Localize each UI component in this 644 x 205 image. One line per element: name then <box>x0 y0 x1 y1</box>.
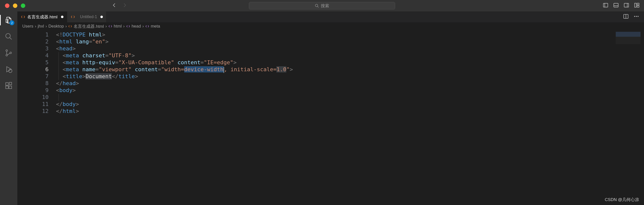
svg-point-13 <box>10 52 12 54</box>
code-line[interactable]: <meta name="viewport" content="width=dev… <box>56 66 644 73</box>
tab-1[interactable]: Untitled-1 <box>67 12 106 22</box>
code-line[interactable]: <html lang="en"> <box>56 38 644 45</box>
tab-label: 名言生成器.html <box>27 14 58 20</box>
source-control-icon[interactable] <box>4 49 13 57</box>
html-file-icon <box>21 15 25 19</box>
maximize-window[interactable] <box>21 4 25 8</box>
titlebar-right <box>603 3 640 9</box>
svg-point-21 <box>634 16 635 17</box>
chevron-right-icon: › <box>35 24 36 29</box>
svg-rect-9 <box>637 6 639 7</box>
svg-rect-15 <box>6 83 8 85</box>
symbol-icon <box>126 24 130 28</box>
tab-bar: 名言生成器.htmlUntitled-1 <box>17 12 644 22</box>
search-icon <box>315 4 319 8</box>
breadcrumb-item[interactable]: Desktop <box>48 24 64 29</box>
chevron-right-icon: › <box>66 24 67 29</box>
svg-point-12 <box>6 54 8 56</box>
watermark: CSDN @几何心凉 <box>605 197 639 202</box>
window-controls <box>0 4 25 8</box>
chevron-right-icon: › <box>105 24 107 29</box>
nav-forward-icon <box>122 3 128 9</box>
breadcrumb-item[interactable]: Users <box>22 24 33 29</box>
run-debug-icon[interactable] <box>4 65 13 73</box>
symbol-icon <box>145 24 149 28</box>
activity-bar: 2 <box>0 12 17 205</box>
tab-0[interactable]: 名言生成器.html <box>17 12 67 22</box>
toggle-panel-icon[interactable] <box>613 3 619 9</box>
breadcrumb-item[interactable]: meta <box>151 24 160 29</box>
minimap[interactable] <box>616 32 640 44</box>
code-line[interactable]: <title>Document</title> <box>56 73 644 80</box>
tab-actions <box>623 12 644 22</box>
close-window[interactable] <box>5 4 10 8</box>
search-activity-icon[interactable] <box>4 32 13 41</box>
code-line[interactable]: </body> <box>56 101 644 108</box>
html-file-icon <box>68 24 72 28</box>
code-line[interactable] <box>56 94 644 101</box>
nav-arrows <box>112 3 128 9</box>
code-line[interactable]: <!DOCTYPE html> <box>56 31 644 38</box>
svg-rect-18 <box>10 82 12 85</box>
breadcrumb-item[interactable]: head <box>132 24 141 29</box>
svg-rect-3 <box>614 3 618 7</box>
vscode-window: 搜索 2 <box>0 0 644 205</box>
svg-rect-1 <box>603 3 608 7</box>
toggle-primary-sidebar-icon[interactable] <box>603 3 608 9</box>
tab-sublabel: Untitled-1 <box>80 15 97 19</box>
chevron-right-icon: › <box>142 24 144 29</box>
svg-rect-7 <box>634 3 636 8</box>
split-editor-icon[interactable] <box>623 14 629 20</box>
breadcrumb-item[interactable]: html <box>114 24 122 29</box>
svg-rect-8 <box>637 3 639 5</box>
code-line[interactable]: </head> <box>56 80 644 87</box>
titlebar: 搜索 <box>0 0 644 12</box>
code-line[interactable]: <meta charset="UTF-8"> <box>56 52 644 59</box>
toggle-secondary-sidebar-icon[interactable] <box>624 3 629 9</box>
svg-rect-5 <box>624 3 629 7</box>
more-actions-icon[interactable] <box>634 14 639 20</box>
dirty-indicator-icon <box>100 16 103 18</box>
dirty-indicator-icon <box>61 16 64 18</box>
svg-point-10 <box>6 34 10 38</box>
breadcrumb[interactable]: Users›jhxl›Desktop›名言生成器.html›html›head›… <box>17 22 644 30</box>
explorer-icon[interactable]: 2 <box>4 16 13 24</box>
code-line[interactable]: <meta http-equiv="X-UA-Compatible" conte… <box>56 59 644 66</box>
code-line[interactable]: <head> <box>56 45 644 52</box>
svg-point-0 <box>315 4 318 7</box>
symbol-icon <box>108 24 112 28</box>
svg-point-23 <box>638 16 638 17</box>
svg-rect-16 <box>6 86 8 89</box>
svg-point-11 <box>6 50 8 51</box>
code-line[interactable]: <body> <box>56 87 644 94</box>
nav-back-icon[interactable] <box>112 3 117 9</box>
html-file-icon <box>71 15 75 19</box>
explorer-badge: 2 <box>10 20 14 25</box>
code-content[interactable]: <!DOCTYPE html><html lang="en"><head> <m… <box>56 30 644 205</box>
chevron-right-icon: › <box>46 24 47 29</box>
line-gutter: 123456789101112 <box>17 30 56 205</box>
command-center[interactable]: 搜索 <box>249 2 395 10</box>
breadcrumb-item[interactable]: jhxl <box>38 24 44 29</box>
editor-area: 名言生成器.htmlUntitled-1 Users›jhxl›Desktop›… <box>17 12 644 205</box>
chevron-right-icon: › <box>123 24 125 29</box>
main-area: 2 名言生成器.htmlUntitled-1 <box>0 12 644 205</box>
customize-layout-icon[interactable] <box>634 3 640 9</box>
search-placeholder: 搜索 <box>321 3 329 9</box>
extensions-icon[interactable] <box>4 81 13 90</box>
editor[interactable]: 123456789101112 <!DOCTYPE html><html lan… <box>17 30 644 205</box>
breadcrumb-item[interactable]: 名言生成器.html <box>74 24 104 29</box>
svg-rect-17 <box>9 86 12 89</box>
minimize-window[interactable] <box>13 4 17 8</box>
code-line[interactable]: </html> <box>56 108 644 115</box>
svg-point-22 <box>636 16 637 17</box>
